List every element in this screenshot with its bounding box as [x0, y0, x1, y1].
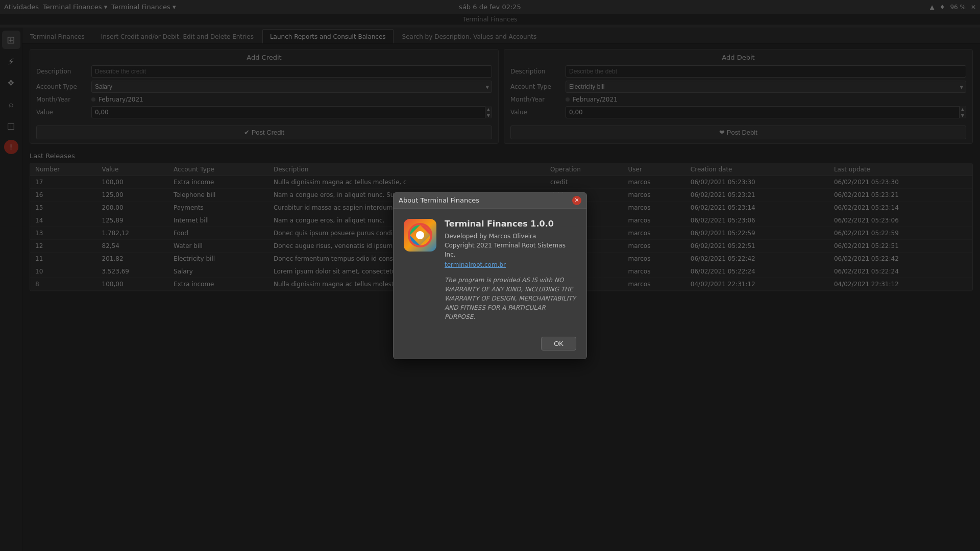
dialog-body: Terminal Finances 1.0.0 Developed by Mar… [394, 209, 586, 332]
about-dialog: About Terminal Finances ✕ Terminal Fi [393, 192, 587, 359]
app-name-version: Terminal Finances 1.0.0 [445, 219, 576, 229]
dialog-titlebar: About Terminal Finances ✕ [394, 193, 586, 209]
developer-info: Developed by Marcos Oliveira Copyright 2… [445, 232, 576, 259]
app-icon [404, 219, 436, 252]
developer-name: Developed by Marcos Oliveira [445, 232, 576, 241]
dialog-close-button[interactable]: ✕ [572, 196, 581, 205]
copyright-text: Copyright 2021 Terminal Root Sistemas In… [445, 241, 576, 259]
app-icon-area [404, 219, 436, 321]
ok-button[interactable]: OK [541, 337, 576, 350]
website-link[interactable]: terminalroot.com.br [445, 261, 576, 268]
dialog-footer: OK [394, 332, 586, 359]
warranty-text: The program is provided AS IS with NO WA… [445, 276, 576, 321]
dialog-info: Terminal Finances 1.0.0 Developed by Mar… [445, 219, 576, 321]
dialog-title: About Terminal Finances [399, 196, 479, 204]
modal-overlay: About Terminal Finances ✕ Terminal Fi [0, 0, 980, 551]
svg-point-1 [416, 231, 424, 239]
